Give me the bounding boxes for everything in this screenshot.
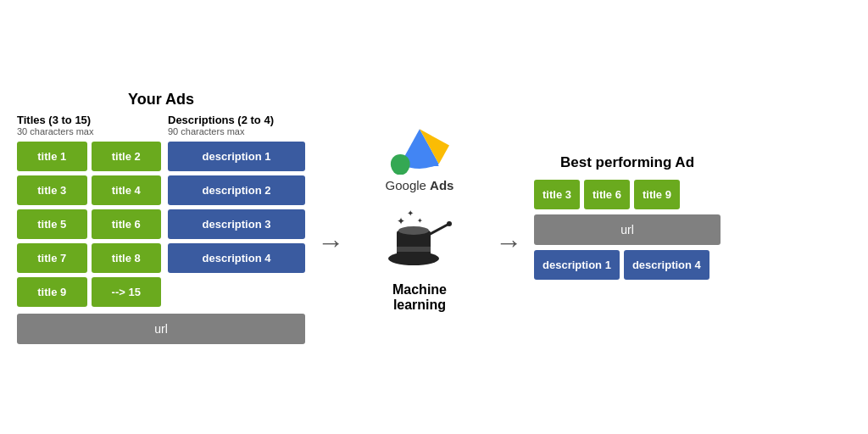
titles-col-header: Titles (3 to 15) 30 characters max <box>17 114 161 136</box>
arrow-to-middle: → <box>317 227 344 259</box>
titles-grid: title 1 title 2 title 3 title 4 title 5 … <box>17 142 161 307</box>
desc-header-label: Descriptions (2 to 4) <box>168 114 305 126</box>
titles-header-label: Titles (3 to 15) <box>17 114 161 126</box>
magic-hat-icon: ✦ ✦ ✦ <box>381 201 458 277</box>
list-item: description 2 <box>168 175 305 205</box>
machine-learning-section: ✦ ✦ ✦ Machinelearning <box>381 201 458 313</box>
best-ad-url-bar: url <box>534 214 721 245</box>
google-ads-logo: Google Ads <box>386 122 454 192</box>
list-item: title 6 <box>584 180 630 209</box>
svg-point-3 <box>391 154 410 174</box>
svg-rect-11 <box>397 247 431 252</box>
svg-point-8 <box>447 221 452 226</box>
column-headers: Titles (3 to 15) 30 characters max Descr… <box>17 114 305 136</box>
list-item: description 4 <box>168 243 305 273</box>
best-performing-ad-panel: Best performing Ad title 3 title 6 title… <box>534 154 721 280</box>
ads-grid-area: title 1 title 2 title 3 title 4 title 5 … <box>17 142 305 307</box>
list-item: description 4 <box>624 250 709 280</box>
middle-panel: Google Ads ✦ ✦ ✦ Machinel <box>356 122 483 313</box>
your-ads-url-bar: url <box>17 314 305 344</box>
titles-header-sub: 30 characters max <box>17 126 161 136</box>
list-item: title 5 <box>17 209 87 239</box>
svg-text:✦: ✦ <box>417 217 423 225</box>
your-ads-heading: Your Ads <box>17 91 305 108</box>
svg-text:✦: ✦ <box>407 209 414 218</box>
desc-col-header: Descriptions (2 to 4) 90 characters max <box>168 114 305 136</box>
desc-header-sub: 90 characters max <box>168 126 305 136</box>
list-item: title 6 <box>92 209 162 239</box>
list-item: title 2 <box>92 142 162 171</box>
list-item: title 8 <box>92 243 162 273</box>
svg-text:✦: ✦ <box>397 215 405 227</box>
google-ads-text: Google Ads <box>386 178 454 192</box>
best-titles-row: title 3 title 6 title 9 <box>534 180 680 209</box>
list-item: title 7 <box>17 243 87 273</box>
list-item: --> 15 <box>92 277 162 307</box>
google-ads-logo-icon <box>390 122 449 175</box>
list-item: description 1 <box>168 142 305 171</box>
list-item: description 1 <box>534 250 620 280</box>
list-item: title 4 <box>92 175 162 205</box>
best-desc-row: description 1 description 4 <box>534 250 709 280</box>
arrow-to-best-ad: → <box>495 227 522 259</box>
list-item: title 1 <box>17 142 87 171</box>
list-item: description 3 <box>168 209 305 239</box>
list-item: title 9 <box>634 180 680 209</box>
list-item: title 3 <box>534 180 580 209</box>
machine-learning-label: Machinelearning <box>392 282 447 313</box>
list-item: title 9 <box>17 277 87 307</box>
list-item: title 3 <box>17 175 87 205</box>
svg-point-12 <box>398 226 429 235</box>
best-ad-heading: Best performing Ad <box>534 154 721 171</box>
descriptions-grid: description 1 description 2 description … <box>168 142 305 307</box>
svg-rect-10 <box>397 231 431 259</box>
your-ads-panel: Your Ads Titles (3 to 15) 30 characters … <box>17 91 305 344</box>
